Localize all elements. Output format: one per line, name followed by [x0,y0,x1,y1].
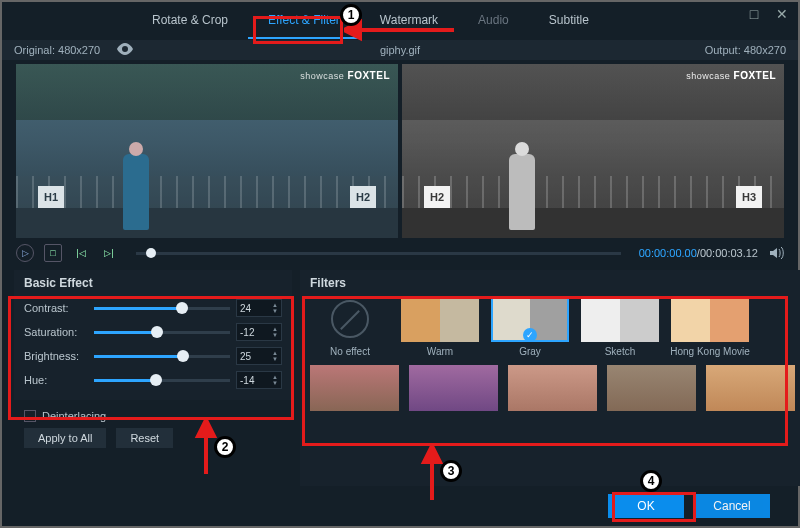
volume-icon[interactable] [768,245,784,261]
hue-slider[interactable] [94,379,230,382]
seek-bar[interactable] [136,252,621,255]
stop-button[interactable]: □ [44,244,62,262]
filter-item[interactable] [508,365,597,411]
filter-item[interactable] [607,365,696,411]
filters-title: Filters [310,276,795,290]
cancel-button[interactable]: Cancel [694,494,770,518]
filter-item[interactable] [409,365,498,411]
plate: H3 [736,186,762,208]
check-icon: ✓ [523,328,537,342]
watermark-logo: showcase FOXTEL [686,70,776,81]
next-frame-button[interactable]: ▷| [100,244,118,262]
transport-bar: ▷ □ |◁ ▷| 00:00:00.00/00:00:03.12 [2,238,798,268]
time-display: 00:00:00.00/00:00:03.12 [639,247,758,259]
filename-label: giphy.gif [380,44,420,56]
hue-label: Hue: [24,374,88,386]
filter-no-effect[interactable]: No effect [310,296,390,357]
play-button[interactable]: ▷ [16,244,34,262]
watermark-logo: showcase FOXTEL [300,70,390,81]
saturation-slider[interactable] [94,331,230,334]
no-effect-icon [331,300,369,338]
saturation-label: Saturation: [24,326,88,338]
original-size-label: Original: 480x270 [14,44,100,56]
preview-area: H1 H2 showcase FOXTEL H2 H3 showcase FOX… [2,60,798,238]
annotation-number-4: 4 [640,470,662,492]
contrast-value[interactable]: 24▲▼ [236,299,282,317]
filter-warm[interactable]: Warm [400,296,480,357]
preview-original: H1 H2 showcase FOXTEL [16,64,398,238]
close-button[interactable]: ✕ [772,6,792,22]
plate: H2 [424,186,450,208]
filter-gray[interactable]: ✓Gray [490,296,570,357]
annotation-number-2: 2 [214,436,236,458]
filter-item[interactable] [706,365,795,411]
apply-to-all-button[interactable]: Apply to All [24,428,106,448]
preview-output: H2 H3 showcase FOXTEL [402,64,784,238]
preview-toggle-icon[interactable] [116,43,134,57]
plate: H2 [350,186,376,208]
annotation-arrow-3 [420,446,444,508]
contrast-slider[interactable] [94,307,230,310]
deinterlacing-checkbox[interactable]: Deinterlacing [24,410,282,422]
tab-rotate-crop[interactable]: Rotate & Crop [132,3,248,39]
left-lower: Deinterlacing Apply to All Reset [14,400,292,448]
hue-value[interactable]: -14▲▼ [236,371,282,389]
footer: OK Cancel [2,486,798,526]
annotation-number-1: 1 [340,4,362,26]
reset-button[interactable]: Reset [116,428,173,448]
annotation-number-3: 3 [440,460,462,482]
maximize-button[interactable]: □ [744,6,764,22]
tab-subtitle[interactable]: Subtitle [529,3,609,39]
filter-item[interactable] [310,365,399,411]
contrast-label: Contrast: [24,302,88,314]
tab-audio: Audio [458,3,529,39]
prev-frame-button[interactable]: |◁ [72,244,90,262]
filter-sketch[interactable]: Sketch [580,296,660,357]
plate: H1 [38,186,64,208]
output-size-label: Output: 480x270 [705,44,786,56]
brightness-value[interactable]: 25▲▼ [236,347,282,365]
brightness-slider[interactable] [94,355,230,358]
basic-effect-panel: Basic Effect Contrast: 24▲▼ Saturation: … [14,270,292,400]
saturation-value[interactable]: -12▲▼ [236,323,282,341]
basic-effect-title: Basic Effect [24,276,282,290]
filter-hong-kong-movie[interactable]: Hong Kong Movie [670,296,750,357]
brightness-label: Brightness: [24,350,88,362]
filters-panel: Filters No effect Warm ✓Gray Sketch Hong… [300,270,800,486]
ok-button[interactable]: OK [608,494,684,518]
annotation-arrow-1 [344,18,464,44]
app-window: Rotate & Crop Effect & Filter Watermark … [0,0,800,528]
